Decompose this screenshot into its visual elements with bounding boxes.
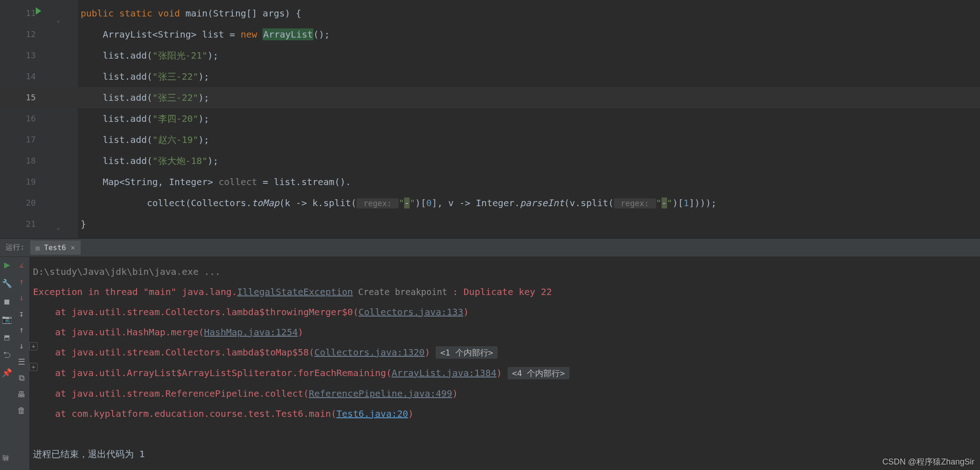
stack-source-link[interactable]: Test6.java:20: [336, 408, 408, 419]
run-tab-icon: ▤: [36, 244, 39, 251]
exception-class-link[interactable]: IllegalStateException: [237, 286, 353, 297]
stack-frame: at com.kyplatform.education.course.test.…: [33, 404, 976, 424]
code-line[interactable]: list.add("李四-20");: [78, 108, 980, 129]
create-breakpoint-link[interactable]: Create breakpoint: [353, 287, 452, 297]
line-number[interactable]: 11⌄: [0, 3, 78, 24]
close-icon[interactable]: ×: [71, 243, 75, 252]
line-number[interactable]: 20: [0, 192, 78, 213]
svg-marker-0: [4, 262, 10, 268]
stack-source-link[interactable]: Collectors.java:133: [358, 306, 463, 317]
stack-frame: at java.util.HashMap.merge(HashMap.java:…: [33, 322, 976, 342]
camera-icon[interactable]: 📷: [2, 314, 12, 324]
expand-icon[interactable]: +: [29, 342, 38, 350]
line-number[interactable]: 12: [0, 24, 78, 45]
code-line[interactable]: collect(Collectors.toMap(k -> k.split( r…: [78, 192, 980, 213]
editor-code[interactable]: public static void main(String[] args) {…: [78, 0, 980, 238]
exception-line: Exception in thread "main" java.lang.Ill…: [33, 282, 976, 302]
stack-source-link[interactable]: ArrayList.java:1384: [392, 367, 497, 378]
run-tab[interactable]: ▤ Test6 ×: [30, 240, 81, 255]
code-line[interactable]: public static void main(String[] args) {: [78, 3, 980, 24]
diff-icon[interactable]: ∠: [19, 261, 24, 270]
down-icon[interactable]: ↓: [19, 341, 24, 350]
process-exit-line: 进程已结束，退出代码为 1: [33, 444, 976, 464]
line-number[interactable]: 18: [0, 150, 78, 171]
line-number[interactable]: 13: [0, 45, 78, 66]
code-line[interactable]: list.add("张三-22");: [78, 87, 980, 108]
print-icon[interactable]: 🖶: [17, 389, 26, 399]
wrench-icon[interactable]: 🔧: [2, 279, 12, 288]
stack-frame: + at java.util.stream.Collectors.lambda$…: [33, 342, 976, 363]
back-icon[interactable]: ⮌: [3, 350, 11, 360]
editor-area: 11⌄12131415161718192021⌃ public static v…: [0, 0, 980, 238]
stop-icon[interactable]: ■: [5, 296, 10, 306]
run-icon[interactable]: [4, 261, 10, 270]
stack-source-link[interactable]: ReferencePipeline.java:499: [309, 388, 452, 399]
stack-source-link[interactable]: Collectors.java:1320: [314, 347, 425, 358]
stack-frame: + at java.util.ArrayList$ArrayListSplite…: [33, 363, 976, 383]
fold-icon[interactable]: ⌃: [54, 220, 60, 226]
expand-icon[interactable]: +: [29, 363, 38, 371]
down-red-icon[interactable]: ↓: [19, 293, 24, 302]
stack-frame: at java.util.stream.Collectors.lambda$th…: [33, 302, 976, 322]
watermark: CSDN @程序猿ZhangSir: [882, 456, 975, 467]
line-number[interactable]: 19: [0, 171, 78, 192]
up-icon[interactable]: ↑: [19, 325, 24, 334]
run-tab-name: Test6: [44, 243, 66, 252]
internal-frames-pill[interactable]: <4 个内部行>: [508, 367, 569, 379]
editor-gutter: 11⌄12131415161718192021⌃: [0, 0, 78, 238]
stack-source-link[interactable]: HashMap.java:1254: [204, 327, 298, 338]
line-number[interactable]: 17: [0, 129, 78, 150]
internal-frames-pill[interactable]: <1 个内部行>: [436, 346, 498, 359]
run-toolbar-primary: 🔧■📷⬒⮌📌: [0, 257, 14, 470]
code-line[interactable]: Map<String, Integer> collect = list.stre…: [78, 171, 980, 192]
code-line[interactable]: list.add("张三-22");: [78, 66, 980, 87]
line-number[interactable]: 21⌃: [0, 213, 78, 235]
trash-icon[interactable]: 🗑: [17, 405, 26, 415]
code-line[interactable]: list.add("张阳光-21");: [78, 45, 980, 66]
code-line[interactable]: list.add("赵六-19");: [78, 129, 980, 150]
fold-icon[interactable]: ⌄: [54, 9, 60, 16]
console-output[interactable]: D:\study\Java\jdk\bin\java.exe ...Except…: [29, 257, 980, 470]
tree-icon[interactable]: ☰: [18, 357, 25, 366]
run-gutter-icon[interactable]: [36, 7, 41, 15]
up-red-icon[interactable]: ↑: [19, 277, 24, 286]
run-title-label: 运行:: [0, 243, 30, 252]
layout-icon[interactable]: ⬒: [5, 332, 10, 342]
line-number[interactable]: 16: [0, 108, 78, 129]
line-number[interactable]: 15: [0, 87, 78, 108]
code-line[interactable]: list.add("张大炮-18");: [78, 150, 980, 171]
sort-icon[interactable]: ↧: [19, 309, 24, 318]
mute-icon[interactable]: ⧉: [19, 373, 25, 383]
console-cmd: D:\study\Java\jdk\bin\java.exe ...: [33, 262, 976, 282]
run-header: 运行: ▤ Test6 ×: [0, 239, 980, 257]
run-tool-window: 运行: ▤ Test6 × 🔧■📷⬒⮌📌 ∠↑↓↧↑↓☰⧉🖶🗑 D:\study…: [0, 238, 980, 470]
code-line[interactable]: }: [78, 213, 980, 235]
pin-icon[interactable]: 📌: [2, 368, 12, 377]
stack-frame: at java.util.stream.ReferencePipeline.co…: [33, 383, 976, 404]
code-line[interactable]: ArrayList<String> list = new ArrayList()…: [78, 24, 980, 45]
run-toolbar-secondary: ∠↑↓↧↑↓☰⧉🖶🗑: [14, 257, 29, 470]
line-number[interactable]: 14: [0, 66, 78, 87]
